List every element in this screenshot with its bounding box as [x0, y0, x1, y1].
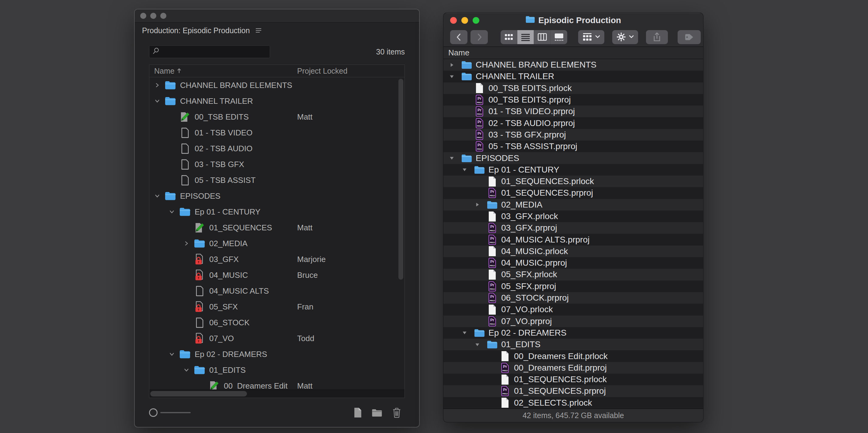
chevron-down-icon[interactable] [169, 351, 179, 357]
disclosure-triangle-right-icon[interactable] [449, 62, 461, 67]
disclosure-triangle-down-icon[interactable] [449, 74, 461, 79]
list-row-04-music-alts-prproj[interactable]: PrPROJ04_MUSIC ALTS.prproj [443, 234, 703, 245]
tree-row-channel-trailer[interactable]: CHANNEL TRAILER [149, 93, 404, 109]
tree-row-03-tsb-gfx[interactable]: 03 - TSB GFX [149, 156, 404, 172]
disclosure-triangle-down-icon[interactable] [462, 167, 474, 172]
list-row-03-gfx-prproj[interactable]: PrPROJ03_GFX.prproj [443, 222, 703, 234]
new-bin-button[interactable] [372, 408, 382, 417]
column-view-button[interactable] [534, 30, 551, 44]
tree-row-episodes[interactable]: EPISODES [149, 188, 404, 204]
chevron-down-icon[interactable] [154, 98, 164, 104]
tree-row-ep-01-century[interactable]: Ep 01 - CENTURY [149, 204, 404, 220]
list-row-05-sfx-prproj[interactable]: PrPROJ05_SFX.prproj [443, 281, 703, 292]
tree-row-05-tsb-assist[interactable]: 05 - TSB ASSIST [149, 172, 404, 188]
window-control-dot[interactable] [140, 13, 146, 19]
chevron-right-icon[interactable] [183, 240, 194, 247]
list-row-channel-brand-elements[interactable]: CHANNEL BRAND ELEMENTS [443, 59, 703, 70]
tree-row-channel-brand-elements[interactable]: CHANNEL BRAND ELEMENTS [149, 77, 404, 93]
tree-row-02-media[interactable]: 02_MEDIA [149, 235, 404, 251]
list-row-01-sequences-prproj[interactable]: PrPROJ01_SEQUENCES.prproj [443, 187, 703, 199]
search-text[interactable] [160, 47, 262, 56]
tree-column-header[interactable]: Name Project Locked [149, 65, 404, 77]
gallery-view-button[interactable] [551, 30, 567, 44]
column-name-label[interactable]: Name [154, 67, 175, 76]
search-input[interactable] [149, 45, 270, 58]
disclosure-triangle-down-icon[interactable] [475, 342, 487, 347]
list-view-button[interactable] [517, 30, 534, 44]
list-row-01-sequences-prlock[interactable]: 01_SEQUENCES.prlock [443, 374, 703, 385]
window-control-dot[interactable] [160, 13, 166, 19]
back-button[interactable] [450, 30, 467, 44]
tree-row-04-music[interactable]: 04_MUSICBruce [149, 267, 404, 283]
disclosure-triangle-down-icon[interactable] [449, 155, 461, 161]
list-row-05-sfx-prlock[interactable]: 05_SFX.prlock [443, 269, 703, 280]
tree-row-00-tsb-edits[interactable]: 00_TSB EDITSMatt [149, 109, 404, 125]
chevron-down-icon[interactable] [169, 209, 179, 215]
tree-row-01-tsb-video[interactable]: 01 - TSB VIDEO [149, 125, 404, 141]
item-label: 07_VO.prlock [501, 305, 553, 314]
tree-row-00-dreamers-edit[interactable]: 00_Dreamers EditMatt [149, 378, 404, 391]
list-row-00-tsb-edits-prproj[interactable]: PrPROJ00_TSB EDITS.prproj [443, 94, 703, 106]
list-row-05-tsb-assist-prproj[interactable]: PrPROJ05 - TSB ASSIST.prproj [443, 141, 703, 152]
chevron-down-icon[interactable] [183, 367, 194, 373]
tags-button[interactable] [678, 30, 701, 44]
tree-row-06-stock[interactable]: 06_STOCK [149, 315, 404, 330]
list-row-07-vo-prlock[interactable]: 07_VO.prlock [443, 304, 703, 315]
list-row-01-edits[interactable]: 01_EDITS [443, 339, 703, 350]
minimize-button[interactable] [461, 17, 468, 24]
tree-row-05-sfx[interactable]: 05_SFXFran [149, 299, 404, 315]
horizontal-scrollbar-thumb[interactable] [150, 391, 247, 397]
svg-text:PROJ: PROJ [489, 229, 495, 232]
tree-row-01-sequences[interactable]: 01_SEQUENCESMatt [149, 220, 404, 235]
tree-row-01-edits[interactable]: 01_EDITS [149, 362, 404, 378]
list-row-04-music-prproj[interactable]: PrPROJ04_MUSIC.prproj [443, 257, 703, 269]
list-row-02-media[interactable]: 02_MEDIA [443, 199, 703, 210]
list-column-header[interactable]: Name [443, 47, 703, 59]
forward-button[interactable] [470, 30, 488, 44]
tree-row-ep-02-dreamers[interactable]: Ep 02 - DREAMERS [149, 346, 404, 362]
fullscreen-button[interactable] [473, 17, 479, 24]
vertical-scrollbar[interactable] [398, 79, 403, 280]
column-name-label[interactable]: Name [448, 48, 469, 58]
disclosure-triangle-down-icon[interactable] [462, 330, 474, 335]
zoom-slider[interactable] [149, 408, 191, 417]
group-by-button[interactable] [578, 30, 604, 44]
zoom-slider-knob[interactable] [149, 408, 158, 417]
chevron-right-icon[interactable] [154, 82, 164, 88]
list-row-07-vo-prproj[interactable]: PrPROJ07_VO.prproj [443, 316, 703, 327]
horizontal-scrollbar[interactable] [149, 389, 404, 398]
list-row-01-sequences-prproj[interactable]: PrPROJ01_SEQUENCES.prproj [443, 385, 703, 397]
share-button[interactable] [646, 30, 668, 44]
window-control-dot[interactable] [150, 13, 156, 19]
list-row-06-stock-prproj[interactable]: PrPROJ06_STOCK.prproj [443, 292, 703, 304]
trash-button[interactable] [392, 407, 401, 418]
list-row-00-dreamers-edit-prlock[interactable]: 00_Dreamers Edit.prlock [443, 350, 703, 362]
list-row-04-music-prlock[interactable]: 04_MUSIC.prlock [443, 246, 703, 257]
tree-row-03-gfx[interactable]: 03_GFXMarjorie [149, 251, 404, 267]
new-project-button[interactable] [354, 407, 362, 418]
list-row-00-tsb-edits-prlock[interactable]: 00_TSB EDITS.prlock [443, 83, 703, 94]
actions-button[interactable] [612, 30, 638, 44]
premiere-titlebar[interactable] [135, 9, 419, 23]
list-row-episodes[interactable]: EPISODES [443, 152, 703, 164]
list-row-03-tsb-gfx-prproj[interactable]: PrPROJ03 - TSB GFX.prproj [443, 129, 703, 141]
list-row-01-tsb-video-prproj[interactable]: PrPROJ01 - TSB VIDEO.prproj [443, 106, 703, 117]
list-row-00-dreamers-edit-prproj[interactable]: PrPROJ00_Dreamers Edit.prproj [443, 362, 703, 374]
list-row-02-selects-prlock[interactable]: 02_SELECTS.prlock [443, 397, 703, 409]
tree-row-07-vo[interactable]: 07_VOTodd [149, 330, 404, 346]
finder-titlebar[interactable]: Episodic Production [443, 13, 703, 27]
icon-view-button[interactable] [501, 30, 517, 44]
tree-row-02-tsb-audio[interactable]: 02 - TSB AUDIO [149, 141, 404, 156]
list-row-ep-01-century[interactable]: Ep 01 - CENTURY [443, 164, 703, 176]
list-row-channel-trailer[interactable]: CHANNEL TRAILER [443, 70, 703, 82]
list-row-01-sequences-prlock[interactable]: 01_SEQUENCES.prlock [443, 176, 703, 187]
chevron-down-icon[interactable] [154, 193, 164, 199]
list-row-03-gfx-prlock[interactable]: 03_GFX.prlock [443, 210, 703, 222]
tree-row-04-music-alts[interactable]: 04_MUSIC ALTS [149, 283, 404, 299]
panel-menu-icon[interactable] [255, 26, 262, 35]
close-button[interactable] [450, 17, 457, 24]
list-row-ep-02-dreamers[interactable]: Ep 02 - DREAMERS [443, 327, 703, 339]
list-row-02-tsb-audio-prproj[interactable]: PrPROJ02 - TSB AUDIO.prproj [443, 117, 703, 129]
disclosure-triangle-right-icon[interactable] [475, 202, 487, 207]
column-project-locked-label[interactable]: Project Locked [297, 65, 347, 77]
